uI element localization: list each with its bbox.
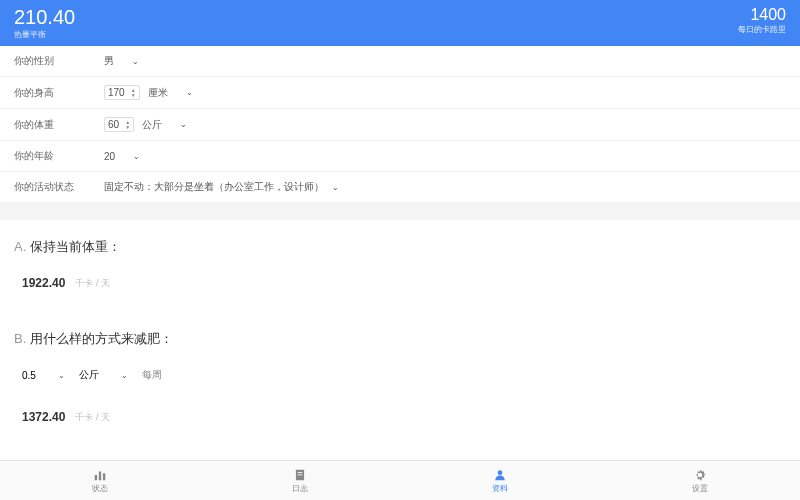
svg-rect-2 <box>103 473 105 480</box>
row-height: 你的身高 170 ▲▼ 厘米 ⌄ <box>0 77 800 109</box>
lose-value: 1372.40 <box>22 410 65 424</box>
age-select[interactable]: 20 ⌄ <box>104 151 140 162</box>
chevron-down-icon: ⌄ <box>133 152 140 161</box>
label-age: 你的年龄 <box>14 149 104 163</box>
maintain-result: 1922.40 千卡 / 天 <box>14 272 786 294</box>
daily-calorie-value: 1400 <box>738 6 786 24</box>
loss-config: 0.5 ⌄ 公斤 ⌄ 每周 <box>14 364 786 386</box>
svg-rect-1 <box>99 471 101 480</box>
height-stepper[interactable]: 170 ▲▼ <box>104 85 140 100</box>
book-icon <box>293 468 307 482</box>
header-right: 1400 每日的卡路里 <box>738 6 786 35</box>
row-activity: 你的活动状态 固定不动：大部分是坐着（办公室工作，设计师） ⌄ <box>0 172 800 202</box>
label-activity: 你的活动状态 <box>14 180 104 194</box>
lose-unit: 千卡 / 天 <box>75 411 110 424</box>
maintain-unit: 千卡 / 天 <box>75 277 110 290</box>
svg-rect-5 <box>298 474 303 475</box>
weight-unit-select[interactable]: 公斤 ⌄ <box>142 118 187 132</box>
label-height: 你的身高 <box>14 86 104 100</box>
weight-value: 60 <box>108 119 119 130</box>
loss-amount: 0.5 <box>22 370 36 381</box>
loss-amount-select[interactable]: 0.5 ⌄ <box>22 370 65 381</box>
section-a-title: A.保持当前体重： <box>14 238 786 256</box>
tab-status-label: 状态 <box>92 483 108 494</box>
maintain-value: 1922.40 <box>22 276 65 290</box>
section-a-text: 保持当前体重： <box>30 239 121 254</box>
section-lose: B.用什么样的方式来减肥： 0.5 ⌄ 公斤 ⌄ 每周 1372.40 千卡 /… <box>0 312 800 446</box>
spacer <box>0 202 800 220</box>
tab-settings-label: 设置 <box>692 483 708 494</box>
activity-value: 固定不动：大部分是坐着（办公室工作，设计师） <box>104 180 324 194</box>
gender-select[interactable]: 男 ⌄ <box>104 54 139 68</box>
chevron-down-icon: ⌄ <box>180 120 187 129</box>
age-value: 20 <box>104 151 115 162</box>
header-left: 210.40 热量平衡 <box>14 6 75 40</box>
chevron-down-icon: ⌄ <box>121 371 128 380</box>
chevron-down-icon: ⌄ <box>132 57 139 66</box>
svg-point-6 <box>498 470 503 475</box>
tab-profile[interactable]: 资料 <box>400 461 600 500</box>
svg-rect-0 <box>95 475 97 480</box>
weight-stepper[interactable]: 60 ▲▼ <box>104 117 134 132</box>
bar-chart-icon <box>93 468 107 482</box>
row-age: 你的年龄 20 ⌄ <box>0 141 800 172</box>
tab-status[interactable]: 状态 <box>0 461 200 500</box>
gear-icon <box>693 468 707 482</box>
height-unit-select[interactable]: 厘米 ⌄ <box>148 86 193 100</box>
loss-unit: 公斤 <box>79 368 99 382</box>
content: 你的性别 男 ⌄ 你的身高 170 ▲▼ 厘米 ⌄ 你的体重 60 ▲▼ 公斤 … <box>0 46 800 460</box>
activity-select[interactable]: 固定不动：大部分是坐着（办公室工作，设计师） ⌄ <box>104 180 339 194</box>
loss-unit-select[interactable]: 公斤 ⌄ <box>79 368 128 382</box>
tabbar: 状态 日志 资料 设置 <box>0 460 800 500</box>
lose-result: 1372.40 千卡 / 天 <box>14 406 786 428</box>
tab-profile-label: 资料 <box>492 483 508 494</box>
gender-value: 男 <box>104 54 114 68</box>
row-gender: 你的性别 男 ⌄ <box>0 46 800 77</box>
chevron-down-icon: ⌄ <box>186 88 193 97</box>
daily-calorie-label: 每日的卡路里 <box>738 24 786 35</box>
header: 210.40 热量平衡 1400 每日的卡路里 <box>0 0 800 46</box>
calorie-balance-value: 210.40 <box>14 6 75 29</box>
label-weight: 你的体重 <box>14 118 104 132</box>
tab-diary-label: 日志 <box>292 483 308 494</box>
calorie-balance-label: 热量平衡 <box>14 29 75 40</box>
svg-rect-4 <box>298 472 303 473</box>
chevron-down-icon: ⌄ <box>332 183 339 192</box>
label-gender: 你的性别 <box>14 54 104 68</box>
section-b-title: B.用什么样的方式来减肥： <box>14 330 786 348</box>
row-weight: 你的体重 60 ▲▼ 公斤 ⌄ <box>0 109 800 141</box>
section-b-text: 用什么样的方式来减肥： <box>30 331 173 346</box>
person-icon <box>493 468 507 482</box>
height-value: 170 <box>108 87 125 98</box>
stepper-icon: ▲▼ <box>125 120 130 130</box>
loss-period: 每周 <box>142 368 162 382</box>
tab-settings[interactable]: 设置 <box>600 461 800 500</box>
stepper-icon: ▲▼ <box>131 88 136 98</box>
section-a-letter: A. <box>14 239 26 254</box>
weight-unit: 公斤 <box>142 118 162 132</box>
height-unit: 厘米 <box>148 86 168 100</box>
tab-diary[interactable]: 日志 <box>200 461 400 500</box>
section-maintain: A.保持当前体重： 1922.40 千卡 / 天 <box>0 220 800 312</box>
section-b-letter: B. <box>14 331 26 346</box>
chevron-down-icon: ⌄ <box>58 371 65 380</box>
